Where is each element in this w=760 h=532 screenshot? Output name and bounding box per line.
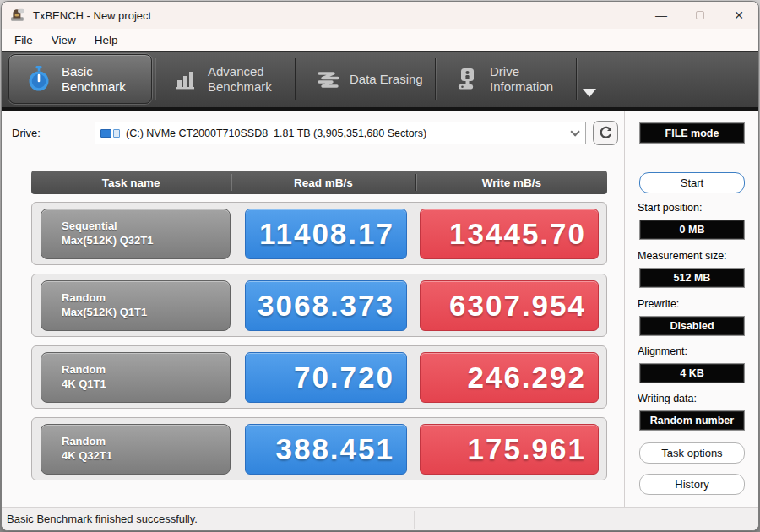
read-result-value: 70.720 [245, 352, 407, 403]
tab-erasing-label: Data Erasing [350, 72, 423, 87]
write-result-value: 246.292 [420, 352, 599, 403]
task-name-line2: 4K Q32T1 [62, 449, 230, 464]
tab-drive-information[interactable]: Drive Information [439, 54, 574, 104]
table-row: Random Max(512K) Q1T1 3068.373 6307.954 [31, 274, 607, 337]
refresh-drives-button[interactable] [593, 121, 618, 145]
task-name-line1: Random [62, 291, 230, 306]
tab-data-erasing[interactable]: Data Erasing [299, 54, 434, 104]
history-button[interactable]: History [639, 474, 745, 495]
task-button-sequential-q32t1[interactable]: Sequential Max(512K) Q32T1 [41, 209, 231, 259]
tab-separator [576, 58, 577, 100]
prewrite-value[interactable]: Disabled [639, 316, 745, 336]
task-name-line1: Sequential [62, 220, 230, 234]
task-name-line2: Max(512K) Q1T1 [62, 306, 230, 320]
column-header-task-name: Task name [31, 176, 231, 189]
close-icon: ✕ [734, 8, 744, 22]
status-message: Basic Benchmark finished successfully. [7, 513, 198, 525]
task-button-random-4k-q1t1[interactable]: Random 4K Q1T1 [41, 352, 231, 403]
task-options-button[interactable]: Task options [639, 442, 745, 464]
table-header: Task name Read mB/s Write mB/s [31, 171, 607, 194]
read-result-value: 3068.373 [245, 280, 407, 331]
app-icon [10, 8, 25, 23]
task-name-line2: 4K Q1T1 [62, 377, 230, 392]
tab-advanced-benchmark[interactable]: Advanced Benchmark [159, 54, 294, 104]
file-mode-button[interactable]: FILE mode [639, 122, 745, 144]
tab-basic-benchmark[interactable]: Basic Benchmark [8, 54, 152, 104]
column-header-read: Read mB/s [231, 176, 415, 189]
titlebar: TxBENCH - New project — ✕ [2, 2, 758, 29]
menu-help[interactable]: Help [85, 31, 128, 49]
task-button-random-512k-q1t1[interactable]: Random Max(512K) Q1T1 [41, 280, 231, 331]
read-result-value: 388.451 [245, 424, 407, 475]
tab-basic-line2: Benchmark [62, 79, 126, 95]
tab-advanced-label: Advanced Benchmark [208, 64, 272, 94]
tabs-overflow-icon[interactable] [583, 89, 596, 97]
close-button[interactable]: ✕ [719, 2, 758, 29]
measurement-size-label: Measurement size: [638, 250, 727, 262]
table-row: Sequential Max(512K) Q32T1 11408.17 1344… [31, 202, 607, 265]
menu-file[interactable]: File [5, 31, 42, 49]
writing-data-value[interactable]: Random number [639, 410, 745, 431]
tab-driveinfo-label: Drive Information [490, 64, 553, 94]
alignment-value[interactable]: 4 KB [639, 363, 745, 383]
maximize-button[interactable] [681, 2, 719, 29]
tab-basic-label: Basic Benchmark [62, 64, 126, 94]
drive-info-icon [456, 68, 480, 91]
table-row: Random 4K Q1T1 70.720 246.292 [31, 345, 607, 409]
task-name-line1: Random [62, 363, 230, 377]
statusbar-separator [578, 511, 578, 529]
read-result-value: 11408.17 [245, 209, 407, 259]
stopwatch-icon [26, 66, 52, 93]
start-position-value[interactable]: 0 MB [639, 220, 745, 240]
column-header-write: Write mB/s [416, 176, 607, 189]
write-result-value: 13445.70 [420, 209, 599, 259]
measurement-size-value[interactable]: 512 MB [639, 268, 745, 288]
window-controls: — ✕ [642, 2, 758, 29]
window-title: TxBENCH - New project [33, 9, 151, 22]
drive-label: Drive: [12, 127, 41, 139]
refresh-icon [598, 125, 614, 141]
writing-data-label: Writing data: [638, 393, 697, 404]
tab-advanced-line1: Advanced [208, 64, 272, 79]
tab-separator [155, 58, 155, 100]
prewrite-label: Prewrite: [638, 298, 679, 310]
menu-view[interactable]: View [42, 31, 85, 49]
tab-driveinfo-line1: Drive [490, 64, 553, 79]
minimize-button[interactable]: — [642, 2, 681, 29]
tab-toolbar: Basic Benchmark Advanced Benchmark [2, 51, 758, 111]
app-window: TxBENCH - New project — ✕ File View Help [1, 1, 759, 531]
menubar: File View Help [2, 29, 758, 51]
drive-select[interactable]: (C:) NVMe CT2000T710SSD8 1.81 TB (3,905,… [95, 122, 586, 144]
task-name-line2: Max(512K) Q32T1 [62, 234, 230, 248]
tab-driveinfo-line2: Information [490, 79, 553, 95]
drive-selected-value: (C:) NVMe CT2000T710SSD8 1.81 TB (3,905,… [126, 128, 426, 139]
tab-separator [295, 58, 296, 100]
statusbar: Basic Benchmark finished successfully. [2, 507, 758, 530]
table-row: Random 4K Q32T1 388.451 175.961 [31, 417, 607, 480]
tab-advanced-line2: Benchmark [208, 79, 272, 95]
start-position-label: Start position: [638, 202, 702, 214]
data-erasing-icon [316, 68, 339, 90]
sidebar-divider [624, 111, 625, 508]
bar-chart-icon [176, 68, 198, 90]
task-name-line1: Random [62, 435, 230, 449]
tab-basic-line1: Basic [62, 64, 126, 79]
write-result-value: 175.961 [420, 424, 599, 475]
chevron-down-icon [570, 127, 579, 136]
minimize-icon: — [655, 8, 667, 22]
tab-separator [435, 58, 436, 100]
maximize-icon [696, 11, 704, 19]
statusbar-separator [414, 511, 415, 529]
disk-icon [100, 129, 120, 138]
alignment-label: Alignment: [638, 345, 687, 357]
write-result-value: 6307.954 [420, 280, 599, 331]
start-button[interactable]: Start [639, 172, 745, 193]
tab-erasing-line1: Data Erasing [350, 72, 423, 87]
task-button-random-4k-q32t1[interactable]: Random 4K Q32T1 [41, 424, 231, 475]
